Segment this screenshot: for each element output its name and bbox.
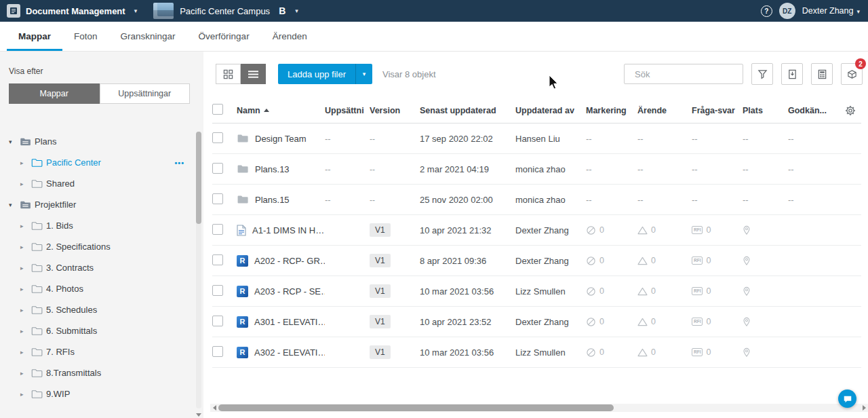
tree-caret-icon[interactable] [20,391,31,398]
tree-item[interactable]: 1. Bids ••• [0,215,203,236]
tree-item[interactable]: Projektfiler ••• [0,194,203,215]
tab-överföringar[interactable]: Överföringar [187,22,261,51]
column-header-version[interactable]: Version [370,106,420,115]
tab-mappar[interactable]: Mappar [7,22,62,51]
column-header-location[interactable]: Plats [743,106,788,115]
row-checkbox[interactable] [212,163,223,174]
tree-caret-icon[interactable] [20,265,31,271]
upload-files-button[interactable]: Ladda upp filer [278,64,372,84]
sidebar-scrollbar[interactable] [196,132,201,408]
file-name[interactable]: A203 - RCP - SE… [254,286,325,297]
tab-granskningar[interactable]: Granskningar [109,22,187,51]
file-name[interactable]: A301 - ELEVATI… [254,317,325,327]
tree-item[interactable]: Shared ••• [0,173,203,194]
more-options-icon[interactable]: ••• [174,159,184,167]
table-row[interactable]: R Design Team -- -- 17 sep 2020 22:02 Ha… [212,124,861,154]
select-all-checkbox[interactable] [212,104,223,115]
table-row[interactable]: R A202 - RCP- GR… V1 8 apr 2021 09:36 De… [212,246,861,276]
updated-by: monica zhao [515,195,566,205]
table-row[interactable]: R Plans.13 -- -- 2 mar 2021 04:19 monica… [212,154,861,185]
tab-foton[interactable]: Foton [62,22,109,51]
horizontal-scrollbar[interactable] [210,404,868,412]
tree-item[interactable]: 4. Photos ••• [0,278,203,299]
row-checkbox[interactable] [212,193,223,204]
table-row[interactable]: R A203 - RCP - SE… V1 10 mar 2021 03:56 … [212,276,861,307]
folder-icon [31,221,43,231]
grid-view-button[interactable] [216,64,241,84]
row-checkbox[interactable] [212,316,223,326]
tab-ärenden[interactable]: Ärenden [261,22,319,51]
package-button[interactable]: 2 [841,63,863,85]
file-name[interactable]: A302 - ELEVATI… [254,347,325,358]
file-name[interactable]: A202 - RCP- GR… [254,256,325,266]
tree-caret-icon[interactable] [20,223,31,229]
tree-item[interactable]: 9.WIP ••• [0,383,203,404]
scroll-right-arrow-icon[interactable] [860,404,868,412]
tree-caret-icon[interactable] [20,328,31,335]
revit-file-icon: R [237,286,248,297]
file-name[interactable]: Design Team [255,134,307,144]
tree-caret-icon[interactable] [20,180,31,187]
avatar[interactable]: DZ [779,3,795,19]
issue-warning-icon [637,226,648,235]
row-checkbox[interactable] [212,346,223,357]
search-box[interactable] [624,64,743,84]
file-name[interactable]: A1-1 DIMS IN H… [252,225,324,235]
scroll-left-arrow-icon[interactable] [210,404,218,412]
tree-item[interactable]: 2. Specifications ••• [0,236,203,257]
search-input[interactable] [635,69,754,79]
tree-item[interactable]: Plans ••• [0,131,203,152]
row-checkbox[interactable] [212,254,223,265]
tree-item[interactable]: 7. RFIs ••• [0,341,203,362]
filter-button[interactable] [751,63,773,85]
reports-button[interactable] [811,63,833,85]
file-name[interactable]: Plans.13 [255,164,290,174]
tree-caret-icon[interactable] [20,286,31,292]
export-button[interactable] [781,63,803,85]
upload-dropdown-caret[interactable] [355,64,372,84]
toggle-folders-button[interactable]: Mappar [9,83,100,104]
tree-item[interactable]: 8.Transmittals ••• [0,362,203,383]
user-menu[interactable]: Dexter Zhang [802,6,860,16]
table-row[interactable]: R Plans.15 -- -- 25 nov 2020 02:00 monic… [212,185,861,215]
scroll-down-arrow-icon[interactable] [196,413,201,417]
list-view-button[interactable] [241,64,266,84]
app-switcher[interactable]: Document Management [0,4,144,18]
toggle-sets-button[interactable]: Uppsättningar [100,83,191,104]
column-header-updated[interactable]: Senast uppdaterad [420,106,515,115]
column-header-set[interactable]: Uppsättni [325,106,370,115]
chat-button[interactable] [838,390,856,408]
tree-caret-icon[interactable] [20,244,31,250]
column-header-updated-by[interactable]: Uppdaterad av [515,106,586,115]
row-checkbox[interactable] [212,132,223,143]
tree-caret-icon[interactable] [9,138,20,145]
column-settings-button[interactable] [839,105,861,116]
tree-caret-icon[interactable] [20,307,31,314]
row-checkbox[interactable] [212,285,223,296]
column-header-markup[interactable]: Markering [586,106,637,115]
table-row[interactable]: R A1-1 DIMS IN H… V1 10 apr 2021 21:32 D… [212,215,861,246]
tree-item[interactable]: Pacific Center ••• [0,152,203,173]
project-selector[interactable]: Pacific Center Campus B [153,3,298,19]
tree-caret-icon[interactable] [9,202,20,208]
tree-item[interactable]: 3. Contracts ••• [0,257,203,278]
tree-item[interactable]: 6. Submittals ••• [0,320,203,341]
table-row[interactable]: R A301 - ELEVATI… V1 10 apr 2021 23:52 D… [212,307,861,337]
column-header-name[interactable]: Namn [237,106,325,115]
chat-bubble-icon [843,394,852,404]
horizontal-scrollbar-thumb[interactable] [218,404,614,411]
column-header-issue[interactable]: Ärende [637,106,692,115]
row-checkbox[interactable] [212,224,223,235]
file-name[interactable]: Plans.15 [255,195,290,205]
sidebar-scrollbar-thumb[interactable] [196,132,201,224]
set-value: -- [325,164,331,174]
tree-item[interactable]: 5. Schedules ••• [0,299,203,320]
tree-caret-icon[interactable] [20,159,31,166]
tree-caret-icon[interactable] [20,370,31,377]
help-icon[interactable]: ? [761,5,772,17]
column-header-approval[interactable]: Godkän... [788,106,839,115]
table-row[interactable]: R A302 - ELEVATI… V1 10 mar 2021 03:56 L… [212,337,861,368]
column-header-rfi[interactable]: Fråga-svar [692,106,743,115]
file-table-body: R Design Team -- -- 17 sep 2020 22:02 Ha… [212,124,861,368]
tree-caret-icon[interactable] [20,349,31,356]
